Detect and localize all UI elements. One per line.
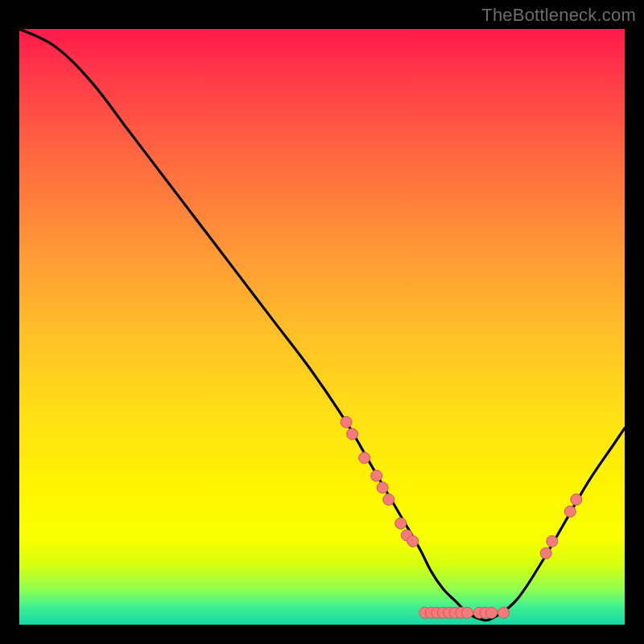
data-point (395, 518, 407, 529)
plot-area (19, 29, 625, 625)
data-point (377, 482, 388, 493)
data-point (371, 470, 382, 481)
data-point (359, 452, 370, 464)
data-point (341, 416, 352, 427)
data-point (498, 607, 510, 618)
data-point (407, 535, 419, 547)
data-point (347, 428, 358, 440)
data-point (547, 535, 558, 547)
data-point (540, 547, 551, 559)
data-point (571, 494, 582, 506)
chart-frame (19, 29, 625, 625)
watermark-text: TheBottleneck.com (481, 5, 636, 26)
bottleneck-curve (19, 29, 625, 621)
data-point (461, 607, 473, 618)
chart-svg (19, 29, 625, 625)
data-point (564, 506, 576, 517)
data-points (341, 416, 582, 618)
data-point (486, 607, 497, 618)
data-point (383, 494, 394, 506)
